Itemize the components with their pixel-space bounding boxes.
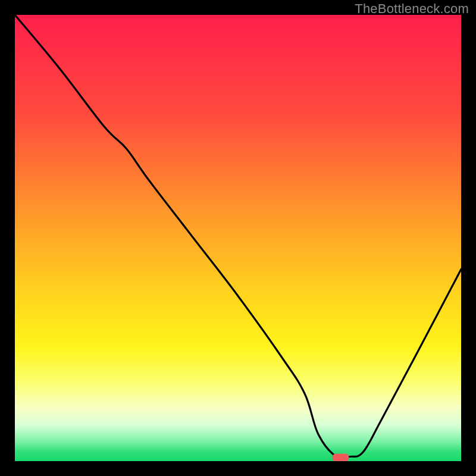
watermark-text: TheBottleneck.com [355,1,469,17]
chart-frame: TheBottleneck.com [0,0,476,476]
marker-pill [333,454,349,462]
plot-area [15,15,461,461]
chart-svg [15,15,461,461]
